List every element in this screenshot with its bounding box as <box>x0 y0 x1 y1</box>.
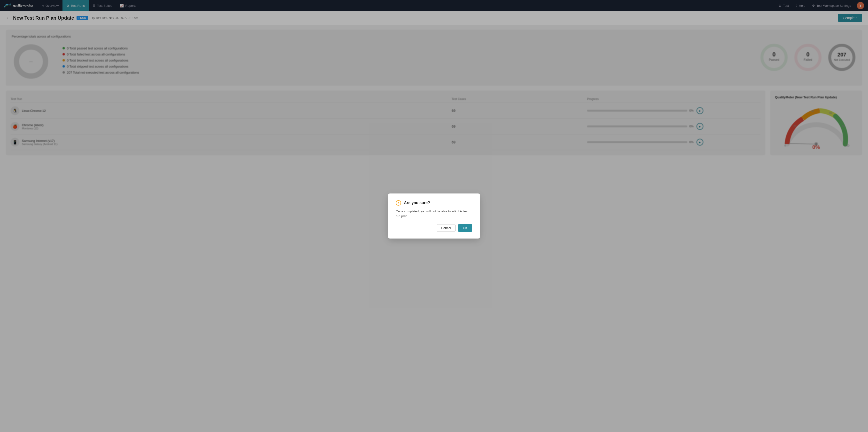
modal-overlay: ! Are you sure? Once completed, you will… <box>0 0 868 160</box>
